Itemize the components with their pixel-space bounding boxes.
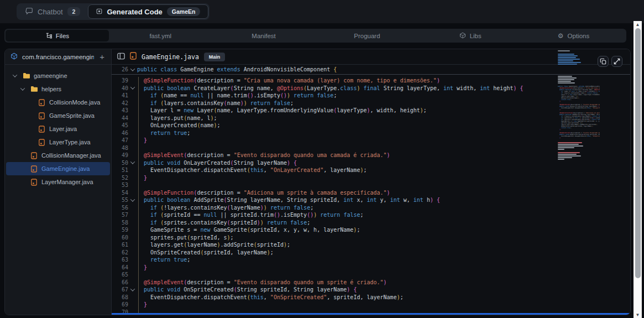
tree-item-layer-java[interactable]: Layer.java xyxy=(6,122,110,135)
code-text: Layer l = new Layer(name, LayerType.from… xyxy=(137,107,427,113)
chat-bubble-icon xyxy=(25,7,33,17)
code-file-icon xyxy=(96,8,102,16)
code-line: 40 public boolean CreateLayer(String nam… xyxy=(112,85,630,92)
code-text: return true; xyxy=(137,130,190,136)
line-number: 39 xyxy=(112,77,128,84)
code-area[interactable]: 39 @SimpleFunction(description = "Cria u… xyxy=(112,75,630,315)
code-text: OnSpriteCreated(spriteId, layerName); xyxy=(137,249,274,256)
code-text: OnLayerCreated(name); xyxy=(137,122,221,128)
code-text: @SimpleEvent(description = "Evento dispa… xyxy=(137,152,390,158)
tab-fast-yml[interactable]: fast.yml xyxy=(109,30,212,41)
code-line: 45 OnLayerCreated(name); xyxy=(112,122,630,129)
tab-generated-code[interactable]: Generated Code GameEn xyxy=(88,4,208,19)
code-line: 41 if (name == null || name.trim().isEmp… xyxy=(112,92,630,100)
code-editor: GameEngine.java Main 26public class Game… xyxy=(111,49,630,315)
line-number: 40 xyxy=(112,85,128,91)
tab-label: Libs xyxy=(470,33,481,39)
code-line: 56 if (!layers.containsKey(layerName)) r… xyxy=(112,204,630,212)
tree-item-gamesprite-java[interactable]: GameSprite.java xyxy=(6,109,110,122)
code-text: @SimpleEvent(description = "Evento dispa… xyxy=(137,279,387,285)
chevron-down-icon[interactable] xyxy=(19,87,27,91)
tab-options[interactable]: ⚙Options xyxy=(522,30,625,41)
code-text: GameSprite s = new GameSprite(spriteId, … xyxy=(137,227,360,233)
fold-chevron-icon[interactable] xyxy=(128,288,137,291)
code-text: public void OnSpriteCreated(String sprit… xyxy=(137,286,357,293)
java-file-icon xyxy=(38,126,46,133)
code-line: 53 xyxy=(112,181,630,189)
tree-item-layermanager-java[interactable]: LayerManager.java xyxy=(6,175,110,189)
line-number: 51 xyxy=(112,167,128,173)
package-cube-icon xyxy=(11,52,18,62)
package-header: com.francisco.gameengine + xyxy=(5,49,111,65)
line-number: 61 xyxy=(112,242,128,248)
line-number: 46 xyxy=(112,130,128,136)
scrollbar-thumb[interactable] xyxy=(635,28,641,278)
fold-chevron-icon[interactable] xyxy=(128,68,137,71)
tab-label: fast.yml xyxy=(149,33,171,39)
expand-code-button[interactable] xyxy=(611,56,622,67)
code-line: 52 } xyxy=(112,174,630,182)
code-line: 59 GameSprite s = new GameSprite(spriteI… xyxy=(112,226,630,234)
line-number: 56 xyxy=(112,205,128,211)
code-line: 63 return true; xyxy=(112,256,630,264)
add-file-button[interactable]: + xyxy=(98,53,106,61)
tree-item-gameengine-java[interactable]: GameEngine.java xyxy=(6,162,110,175)
tab-chatbot[interactable]: Chatbot 2 xyxy=(18,4,88,19)
code-line: 39 @SimpleFunction(description = "Cria u… xyxy=(112,77,630,85)
java-file-icon xyxy=(30,179,38,186)
editor-header: GameEngine.java Main xyxy=(112,49,630,65)
copy-code-button[interactable] xyxy=(598,56,609,67)
tree-item-collisionmanager-java[interactable]: CollisionManager.java xyxy=(6,149,110,162)
code-text: public class GameEngine extends AndroidN… xyxy=(137,66,337,72)
code-line: 49 @SimpleEvent(description = "Evento di… xyxy=(112,152,630,159)
tab-label: Proguard xyxy=(354,33,380,39)
tree-item-layertype-java[interactable]: LayerType.java xyxy=(6,135,110,149)
tab-label: Options xyxy=(568,33,590,39)
file-tree: gameenginehelpersCollisionMode.javaGameS… xyxy=(5,65,111,189)
tab-generated-code-label: Generated Code xyxy=(107,8,162,16)
fold-chevron-icon[interactable] xyxy=(128,86,137,90)
scrollbar-down-arrow[interactable]: ▼ xyxy=(633,311,642,318)
code-text: if (!layers.containsKey(layerName)) retu… xyxy=(137,205,313,211)
code-line: 64 } xyxy=(112,264,630,272)
tab-proguard[interactable]: Proguard xyxy=(315,30,418,41)
tree-item-gameengine[interactable]: gameengine xyxy=(6,69,110,82)
line-number: 55 xyxy=(112,197,128,203)
code-line: 68 EventDispatcher.dispatchEvent(this, "… xyxy=(112,294,630,301)
tab-manifest[interactable]: Manifest xyxy=(212,30,316,41)
code-line: 58 if (sprites.containsKey(spriteId)) re… xyxy=(112,219,630,227)
line-number: 67 xyxy=(112,286,128,293)
app-window: Chatbot 2 Generated Code GameEn Filesfas… xyxy=(0,0,644,318)
line-number: 26 xyxy=(112,66,128,72)
file-tree-icon xyxy=(45,32,52,40)
line-number: 63 xyxy=(112,257,128,263)
indent-guide xyxy=(138,77,139,315)
page-scrollbar[interactable]: ▲ ▼ xyxy=(633,21,642,318)
line-number: 44 xyxy=(112,115,128,121)
code-text: if (layers.containsKey(name)) return fal… xyxy=(137,100,294,106)
tree-item-helpers[interactable]: helpers xyxy=(6,82,110,96)
chevron-down-icon[interactable] xyxy=(11,74,19,77)
toggle-sidebar-icon[interactable] xyxy=(117,52,125,62)
code-text: @SimpleFunction(description = "Cria uma … xyxy=(137,77,440,84)
package-name: com.francisco.gameengine xyxy=(22,54,94,60)
line-number: 41 xyxy=(112,92,128,98)
code-line: 66 @SimpleEvent(description = "Evento di… xyxy=(112,279,630,286)
fold-chevron-icon[interactable] xyxy=(128,199,137,202)
code-line: 51 EventDispatcher.dispatchEvent(this, "… xyxy=(112,166,630,174)
line-number: 64 xyxy=(112,264,128,270)
code-line: 47 } xyxy=(112,137,630,144)
chatbot-count-badge: 2 xyxy=(67,7,81,16)
fold-chevron-icon[interactable] xyxy=(128,161,137,164)
tab-files[interactable]: Files xyxy=(6,30,109,41)
tree-item-collisionmode-java[interactable]: CollisionMode.java xyxy=(6,96,110,109)
code-text: if (name == null || name.trim().isEmpty(… xyxy=(137,92,337,98)
tab-libs[interactable]: Libs xyxy=(418,30,522,41)
tree-item-label: CollisionMode.java xyxy=(49,99,100,106)
line-number: 47 xyxy=(112,137,128,143)
line-number: 52 xyxy=(112,175,128,181)
java-file-icon xyxy=(38,139,46,146)
scrollbar-up-arrow[interactable]: ▲ xyxy=(633,21,642,28)
tree-item-label: gameengine xyxy=(34,72,67,79)
file-tab-bar: Filesfast.ymlManifestProguardLibs⚙Option… xyxy=(4,29,626,43)
